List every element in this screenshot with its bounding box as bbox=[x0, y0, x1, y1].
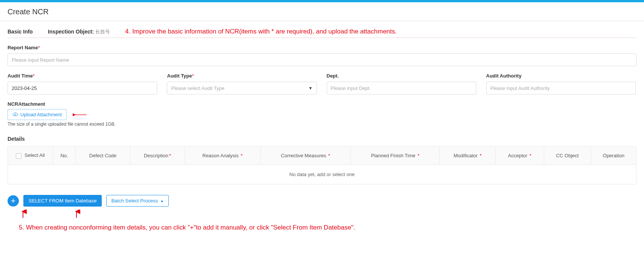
page-title: Create NCR bbox=[0, 2, 644, 21]
basic-info-label: Basic Info bbox=[8, 29, 33, 35]
cloud-upload-icon bbox=[12, 112, 18, 117]
upload-hint: The size of a single uploaded file canno… bbox=[8, 122, 636, 127]
label-report-name: Report Name* bbox=[8, 45, 636, 50]
chevron-down-icon: ▼ bbox=[309, 86, 313, 90]
required-asterisk: * bbox=[192, 73, 194, 79]
col-select-all: Select All bbox=[8, 147, 53, 165]
annotation-step-5: 5. When creating nonconforming item deta… bbox=[19, 224, 636, 231]
upload-attachment-button[interactable]: Upload Attachment bbox=[8, 109, 67, 120]
col-acceptor-text: Acceptor bbox=[508, 153, 527, 158]
label-ncr-attachment: NCRAttachment bbox=[8, 101, 636, 107]
col-description-text: Description bbox=[144, 153, 168, 158]
basic-info-header: Basic Info Inspection Object: 长胜号 4. Imp… bbox=[8, 28, 636, 38]
batch-select-process-button[interactable]: Batch Select Process ▲ bbox=[106, 195, 168, 207]
input-audit-time[interactable] bbox=[8, 82, 157, 94]
label-dept: Dept. bbox=[327, 73, 476, 79]
col-planned-finish-time: Planned Finish Time * bbox=[351, 147, 440, 165]
table-empty-row: No data yet, add or select one bbox=[8, 165, 636, 184]
select-audit-type-placeholder: Please select Audit Type bbox=[171, 85, 224, 91]
col-reason-analysis-text: Reason Analysis bbox=[202, 153, 239, 158]
plus-icon: + bbox=[11, 196, 16, 206]
col-operation: Operation bbox=[591, 147, 636, 165]
table-header-row: Select All No. Defect Code Description* … bbox=[8, 147, 636, 165]
group-audit-authority: Audit Authority bbox=[486, 73, 636, 94]
col-corrective-measures-text: Corrective Measures bbox=[281, 153, 326, 158]
annotation-arrow-icon bbox=[19, 210, 27, 219]
no-data-cell: No data yet, add or select one bbox=[8, 165, 636, 184]
row-report-name: Report Name* bbox=[8, 45, 636, 66]
required-asterisk: * bbox=[33, 73, 35, 79]
required-asterisk: * bbox=[38, 45, 40, 50]
inspection-object-value: 长胜号 bbox=[95, 29, 110, 35]
actions-row: + SELECT FROM Item Datebase Batch Select… bbox=[8, 195, 636, 207]
required-asterisk: * bbox=[328, 153, 330, 158]
chevron-up-icon: ▲ bbox=[160, 199, 164, 203]
group-audit-time: Audit Time* bbox=[8, 73, 157, 94]
required-asterisk: * bbox=[169, 153, 171, 158]
group-dept: Dept. bbox=[327, 73, 476, 94]
select-audit-type[interactable]: Please select Audit Type ▼ bbox=[167, 82, 317, 94]
select-from-database-button[interactable]: SELECT FROM Item Datebase bbox=[23, 195, 102, 207]
annotation-arrows-row bbox=[19, 210, 636, 219]
label-audit-type-text: Audit Type bbox=[167, 73, 192, 79]
input-dept[interactable] bbox=[327, 82, 476, 94]
col-reason-analysis: Reason Analysis * bbox=[185, 147, 260, 165]
col-no: No. bbox=[53, 147, 76, 165]
details-section-label: Details bbox=[8, 136, 636, 142]
label-audit-time-text: Audit Time bbox=[8, 73, 33, 79]
col-cc-object: CC Object bbox=[544, 147, 591, 165]
label-audit-type: Audit Type* bbox=[167, 73, 317, 79]
required-asterisk: * bbox=[241, 153, 243, 158]
add-item-button[interactable]: + bbox=[8, 195, 19, 207]
label-audit-time: Audit Time* bbox=[8, 73, 157, 79]
label-audit-authority: Audit Authority bbox=[486, 73, 636, 79]
upload-row: Upload Attachment bbox=[8, 109, 636, 120]
col-corrective-measures: Corrective Measures * bbox=[260, 147, 351, 165]
col-modificator-text: Modificator bbox=[454, 153, 478, 158]
col-select-all-text: Select All bbox=[24, 152, 44, 158]
details-table: Select All No. Defect Code Description* … bbox=[8, 146, 636, 184]
required-asterisk: * bbox=[529, 153, 531, 158]
select-all-checkbox[interactable] bbox=[16, 153, 21, 159]
annotation-step-4: 4. Improve the basic information of NCR(… bbox=[125, 28, 397, 35]
col-description: Description* bbox=[130, 147, 185, 165]
upload-attachment-label: Upload Attachment bbox=[20, 112, 62, 117]
col-modificator: Modificator * bbox=[440, 147, 496, 165]
annotation-arrow-icon bbox=[72, 210, 81, 219]
inspection-object-label: Inspection Object: bbox=[48, 29, 94, 35]
required-asterisk: * bbox=[480, 153, 482, 158]
input-audit-authority[interactable] bbox=[486, 82, 636, 94]
annotation-arrow-icon bbox=[73, 111, 88, 118]
col-acceptor: Acceptor * bbox=[496, 147, 544, 165]
page-container: Create NCR Basic Info Inspection Object:… bbox=[0, 2, 644, 239]
attachment-section: NCRAttachment Upload Attachment The size… bbox=[8, 101, 636, 127]
group-audit-type: Audit Type* Please select Audit Type ▼ bbox=[167, 73, 317, 94]
row-audit-fields: Audit Time* Audit Type* Please select Au… bbox=[8, 73, 636, 94]
col-defect-code: Defect Code bbox=[76, 147, 130, 165]
input-report-name[interactable] bbox=[8, 53, 636, 66]
content-area: Basic Info Inspection Object: 长胜号 4. Imp… bbox=[0, 21, 644, 231]
col-planned-finish-time-text: Planned Finish Time bbox=[371, 153, 415, 158]
label-report-name-text: Report Name bbox=[8, 45, 38, 50]
required-asterisk: * bbox=[418, 153, 419, 158]
group-report-name: Report Name* bbox=[8, 45, 636, 66]
batch-select-label: Batch Select Process bbox=[111, 198, 158, 204]
